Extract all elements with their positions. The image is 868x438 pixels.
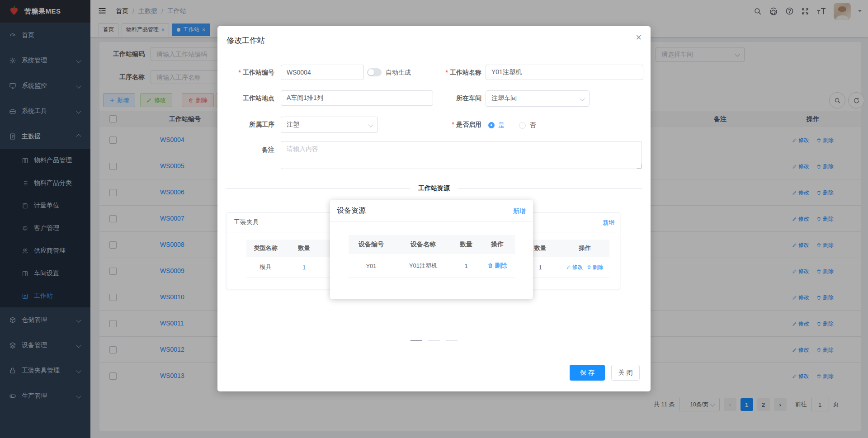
carousel-indicator-3[interactable] xyxy=(446,340,458,341)
enabled-label: 是否启用 xyxy=(432,116,481,132)
remark-label: 备注 xyxy=(225,141,274,158)
ws-location-input[interactable] xyxy=(281,90,433,106)
trash-icon xyxy=(587,265,591,269)
fixture-panel-title: 工装夹具 xyxy=(234,218,259,226)
device-resource-dialog: 设备资源 新增 设备编号 设备名称 数量 操作 Y01 Y01注塑机 1 删除 xyxy=(330,200,533,299)
ws-code-input[interactable] xyxy=(281,65,364,80)
resources-divider-label: 工作站资源 xyxy=(410,184,458,193)
ws-name-label: 工作站名称 xyxy=(432,64,481,80)
enabled-radio-yes[interactable]: 是 xyxy=(488,121,505,129)
process-select[interactable]: 注塑 xyxy=(281,117,378,133)
carousel-indicators xyxy=(410,340,458,341)
remark-textarea[interactable] xyxy=(281,141,642,169)
ws-code-label: 工作站编号 xyxy=(225,64,274,80)
save-button[interactable]: 保 存 xyxy=(570,365,605,381)
trash-icon xyxy=(487,263,493,268)
close-icon[interactable]: × xyxy=(636,33,642,42)
process-label: 所属工序 xyxy=(225,116,274,132)
device-delete-link[interactable]: 删除 xyxy=(487,262,507,270)
enabled-radio-no[interactable]: 否 xyxy=(519,121,536,129)
workshop-select[interactable]: 注塑车间 xyxy=(486,90,590,107)
carousel-indicator-2[interactable] xyxy=(428,340,440,341)
modal-title: 修改工作站 xyxy=(226,35,265,46)
device-dialog-title: 设备资源 xyxy=(337,206,366,216)
workshop-label: 所在车间 xyxy=(432,90,481,106)
right-panel-delete-link[interactable]: 删除 xyxy=(587,264,604,271)
chevron-down-icon xyxy=(368,122,373,127)
auto-generate-label: 自动生成 xyxy=(386,64,411,80)
right-panel-add-link[interactable]: 新增 xyxy=(603,219,614,227)
device-table-header: 设备编号 设备名称 数量 操作 xyxy=(349,235,515,254)
radio-unselected-icon xyxy=(519,122,526,129)
chevron-down-icon xyxy=(580,96,585,101)
resources-divider: 工作站资源 xyxy=(226,188,642,188)
carousel-indicator-1[interactable] xyxy=(410,340,422,341)
right-panel-table-header: 数量 操作 xyxy=(520,240,609,257)
device-dialog-header: 设备资源 新增 xyxy=(330,200,533,222)
device-add-link[interactable]: 新增 xyxy=(513,207,526,216)
pencil-icon xyxy=(566,265,571,269)
device-table-row: Y01 Y01注塑机 1 删除 xyxy=(349,254,515,278)
ws-name-input[interactable] xyxy=(486,65,643,80)
auto-generate-toggle[interactable] xyxy=(367,68,382,76)
ws-location-label: 工作站地点 xyxy=(225,90,274,106)
right-panel-table-row: 1 修改 删除 xyxy=(520,257,609,278)
radio-selected-icon xyxy=(488,122,495,128)
right-panel-edit-link[interactable]: 修改 xyxy=(566,264,583,271)
close-button[interactable]: 关 闭 xyxy=(611,365,640,381)
device-table: 设备编号 设备名称 数量 操作 Y01 Y01注塑机 1 删除 xyxy=(349,235,515,278)
